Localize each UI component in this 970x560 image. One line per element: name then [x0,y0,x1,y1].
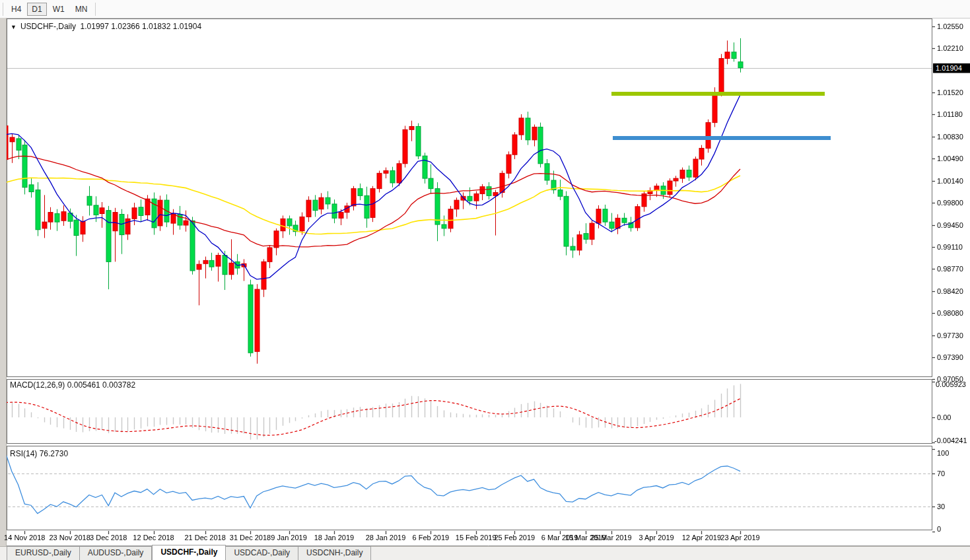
price-tick-label: 1.00140 [937,177,963,185]
price-tick-label: 0.99450 [937,221,963,229]
price-tick-label: 1.00490 [937,155,963,162]
macd-tick-label: 0.00 [937,413,951,421]
price-tick-label: 1.02210 [937,44,963,52]
date-tick-label: 28 Jan 2019 [366,534,406,542]
rsi-tick-label: 0 [937,525,941,533]
macd-tick-label: -0.004241 [934,437,967,444]
symbol-tab-usdchf[interactable]: USDCHF-,Daily [152,545,226,560]
date-tick-label: 25 Mar 2019 [591,534,632,542]
date-tick-label: 3 Apr 2019 [639,534,674,542]
symbol-tab-bar: EURUSD-,DailyAUDUSD-,DailyUSDCHF-,DailyU… [0,546,970,560]
mt4-window: H4D1W1MN ▼USDCHF-,Daily 1.01997 1.02366 … [0,0,970,560]
date-tick-label: 23 Apr 2019 [720,534,759,542]
chart-symbol-period: USDCHF-,Daily [20,22,76,31]
rsi-tick-label: 70 [937,470,945,477]
date-tick-label: 12 Dec 2018 [133,534,174,542]
date-tick-label: 9 Jan 2019 [271,534,306,542]
price-tick-label: 0.97730 [937,332,963,339]
price-tick-label: 0.98420 [937,287,963,295]
timeframe-button-d1[interactable]: D1 [27,3,46,16]
timeframe-button-w1[interactable]: W1 [48,3,69,16]
symbol-tab-usdcad[interactable]: USDCAD-,Daily [226,546,298,560]
timeframe-buttons: H4D1W1MN [6,3,92,16]
timeframe-button-h4[interactable]: H4 [7,3,26,16]
chart-ohlc-values: 1.01997 1.02366 1.01832 1.01904 [81,22,202,31]
price-tick-label: 0.99110 [937,243,963,251]
price-tick-label: 0.98770 [937,265,963,273]
macd-indicator-label: MACD(12,26,9) 0.005461 0.003782 [10,380,135,390]
chart-canvas[interactable] [0,0,970,560]
price-tick-label: 0.98080 [937,309,963,317]
date-tick-label: 25 Feb 2019 [494,534,535,542]
date-tick-label: 31 Dec 2018 [230,534,271,542]
chart-collapse-icon[interactable]: ▼ [11,24,17,30]
date-tick-label: 3 Dec 2018 [90,534,127,542]
price-tick-label: 0.97390 [937,353,963,361]
price-tick-label: 1.02550 [937,22,963,30]
toolbar-separator [95,3,96,16]
date-tick-label: 18 Jan 2019 [314,534,355,542]
date-tick-label: 6 Feb 2019 [413,534,450,542]
symbol-tab-audusd[interactable]: AUDUSD-,Daily [80,546,153,560]
timeframe-toolbar: H4D1W1MN [0,0,970,18]
macd-tick-label: 0.005923 [936,380,966,388]
price-tick-label: 1.00830 [937,133,963,141]
rsi-indicator-label: RSI(14) 76.2730 [10,449,68,458]
rsi-tick-label: 100 [937,449,949,457]
rsi-tick-label: 30 [937,503,945,510]
current-price-badge: 1.01904 [933,63,970,73]
date-tick-label: 14 Nov 2018 [4,534,45,542]
date-tick-label: 15 Feb 2019 [456,534,497,542]
date-tick-label: 21 Dec 2018 [184,534,225,542]
chart-title: ▼USDCHF-,Daily 1.01997 1.02366 1.01832 1… [11,22,201,31]
window-left-gutter [0,18,7,560]
toolbar-separator [3,3,3,16]
date-tick-label: 12 Apr 2019 [682,534,721,542]
price-tick-label: 1.01520 [937,88,963,96]
symbol-tab-usdcnh[interactable]: USDCNH-,Daily [298,546,371,560]
price-tick-label: 1.01180 [937,110,963,118]
date-tick-label: 23 Nov 2018 [49,534,90,542]
price-tick-label: 0.99800 [937,199,963,207]
symbol-tab-eurusd[interactable]: EURUSD-,Daily [7,546,80,560]
timeframe-button-mn[interactable]: MN [71,3,92,16]
